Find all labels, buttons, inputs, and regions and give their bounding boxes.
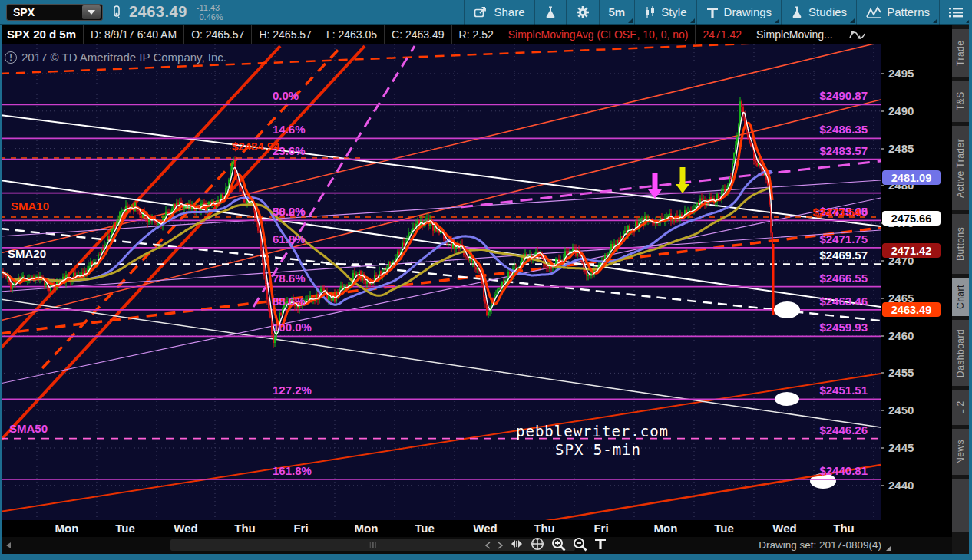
time-axis[interactable]: MonTueWedThuFriMonTueWedThuFriMonTueWedT…	[0, 520, 952, 537]
price-axis-tick: 2450	[888, 404, 914, 417]
price-axis-tick: 2490	[888, 104, 914, 117]
fib-percent-label[interactable]: 88.6%	[273, 295, 306, 308]
fib-price-label[interactable]: $2490.87	[819, 89, 868, 102]
bar-datetime: D: 8/9/17 6:40 AM	[84, 25, 184, 44]
fib-price-label[interactable]: $2486.35	[819, 123, 868, 136]
ohlc-data-row: SPX 20 d 5m D: 8/9/17 6:40 AM O: 2465.57…	[0, 25, 952, 44]
drawings-label: Drawings	[724, 5, 772, 18]
timeframe-button[interactable]: 5m	[599, 0, 635, 25]
sidebar-tab-news[interactable]: News	[952, 429, 969, 475]
time-axis-label: Wed	[772, 522, 796, 535]
collapse-studies-icon[interactable]	[848, 28, 866, 41]
trendline[interactable]	[230, 465, 881, 520]
zoom-out-icon[interactable]	[573, 537, 587, 555]
drawings-button[interactable]: Drawings	[696, 0, 782, 25]
fib-percent-label[interactable]: 14.6%	[273, 123, 306, 136]
sidebar-tab-l-2[interactable]: L 2	[952, 390, 969, 425]
scrollbar-grip-icon	[369, 542, 376, 548]
change-percent: -0.46%	[197, 12, 223, 21]
studies-button[interactable]: Studies	[781, 0, 856, 25]
trendline[interactable]	[0, 44, 881, 253]
sidebar-tab-trade[interactable]: Trade	[952, 29, 969, 77]
trendline[interactable]	[0, 299, 881, 427]
trendline[interactable]	[0, 46, 365, 441]
patterns-zigzag-icon	[866, 6, 881, 18]
fib-price-label[interactable]: $2459.93	[819, 321, 868, 334]
drawing-set-expand-icon[interactable]	[886, 546, 891, 551]
zoom-in-icon[interactable]	[551, 537, 566, 555]
symbol-combo[interactable]: SPX	[6, 4, 103, 21]
sidebar-tab-t-s[interactable]: T&S	[952, 81, 969, 122]
chart-menu-button[interactable]	[939, 0, 972, 25]
style-button[interactable]: Style	[634, 0, 696, 25]
price-axis-tick: 2445	[888, 441, 914, 454]
watermark-site: pebblewriter.com	[516, 423, 669, 440]
share-label: Share	[494, 5, 524, 18]
time-axis-label: Mon	[355, 522, 379, 535]
fib-percent-label[interactable]: 50.0%	[273, 205, 306, 218]
trendline[interactable]	[0, 46, 280, 349]
settings-button[interactable]	[566, 0, 599, 25]
fib-price-label[interactable]: $2451.51	[819, 384, 868, 397]
open-value: O: 2465.57	[184, 25, 252, 44]
style-label: Style	[661, 5, 686, 18]
gear-icon	[576, 5, 590, 19]
sma50-level-label[interactable]: $2446.26	[819, 423, 868, 436]
axis-tick-mark	[881, 410, 884, 411]
sidebar-tab-dashboard[interactable]: Dashboard	[952, 320, 969, 386]
study2-name[interactable]: SimpleMoving...	[749, 25, 840, 44]
axis-tick-mark	[881, 260, 884, 262]
sma50-label[interactable]: SMA50	[9, 422, 48, 435]
fib-percent-label[interactable]: 0.0%	[273, 89, 299, 102]
sma10-label[interactable]: SMA10	[11, 199, 49, 212]
fib-price-label[interactable]: $2463.46	[819, 295, 868, 308]
trendline-price-tag[interactable]: $2473.54	[812, 206, 861, 219]
low-value: L: 2463.05	[319, 25, 385, 44]
time-axis-label: Mon	[55, 522, 79, 535]
sidebar-tab-chart[interactable]: Chart	[952, 278, 969, 316]
chart-plot-area[interactable]: ! 2017 © TD Ameritrade IP Company, Inc.0…	[0, 44, 881, 520]
trendline[interactable]	[0, 374, 881, 512]
fib-percent-label[interactable]: 127.2%	[273, 384, 312, 397]
link-charts-icon[interactable]	[112, 5, 121, 20]
trendline[interactable]	[0, 229, 881, 321]
ma-yellow	[2, 189, 772, 296]
series-title: SPX 20 d 5m	[0, 25, 84, 44]
fib-price-label[interactable]: $2466.55	[819, 272, 868, 285]
pan-icon[interactable]	[531, 537, 544, 554]
share-icon	[474, 5, 488, 18]
sma20-level-label[interactable]: $2469.57	[819, 249, 868, 262]
study1-name[interactable]: SimpleMovingAvg (CLOSE, 10, 0, no)	[501, 25, 696, 44]
flask-button[interactable]	[534, 0, 566, 25]
sidebar-tab-active-trader[interactable]: Active Trader	[952, 126, 969, 210]
fib-price-label[interactable]: $2471.75	[819, 232, 868, 245]
scroll-left-arrow-icon[interactable]	[6, 542, 11, 548]
step-back-icon[interactable]	[485, 539, 491, 552]
sma20-label[interactable]: SMA20	[8, 247, 46, 260]
symbol-dropdown-button[interactable]	[82, 5, 101, 19]
signal-down-arrow[interactable]	[676, 167, 689, 193]
sidebar-tab-buttons[interactable]: Buttons	[952, 214, 969, 274]
text-tool-icon[interactable]	[594, 538, 607, 553]
bottom-chart-tools	[485, 537, 607, 554]
candlestick-plot[interactable]	[0, 44, 881, 520]
share-button[interactable]: Share	[464, 0, 534, 25]
fit-width-icon[interactable]	[510, 539, 524, 552]
fib-percent-label[interactable]: 61.8%	[273, 232, 306, 245]
target-ellipse[interactable]	[775, 392, 799, 406]
drawing-set-label[interactable]: Drawing set: 2017-0809(4)	[759, 539, 881, 551]
target-ellipse[interactable]	[774, 301, 800, 318]
chevron-down-icon	[88, 10, 95, 15]
trendline[interactable]	[0, 198, 881, 384]
fib-price-label[interactable]: $2440.81	[819, 464, 868, 477]
fib-percent-label[interactable]: 100.0%	[273, 321, 312, 334]
text-t-icon	[706, 6, 719, 18]
price-axis[interactable]: 2495249024852480247524702465246024552450…	[881, 44, 952, 520]
fib-percent-label[interactable]: 78.6%	[273, 272, 306, 285]
step-forward-icon[interactable]	[498, 539, 503, 552]
fib-percent-label[interactable]: 161.8%	[273, 464, 312, 477]
patterns-button[interactable]: Patterns	[856, 0, 939, 25]
trendline-price-tag[interactable]: $2484.94	[232, 140, 280, 153]
fib-price-label[interactable]: $2483.57	[819, 144, 868, 157]
symbol-value: SPX	[7, 6, 82, 18]
